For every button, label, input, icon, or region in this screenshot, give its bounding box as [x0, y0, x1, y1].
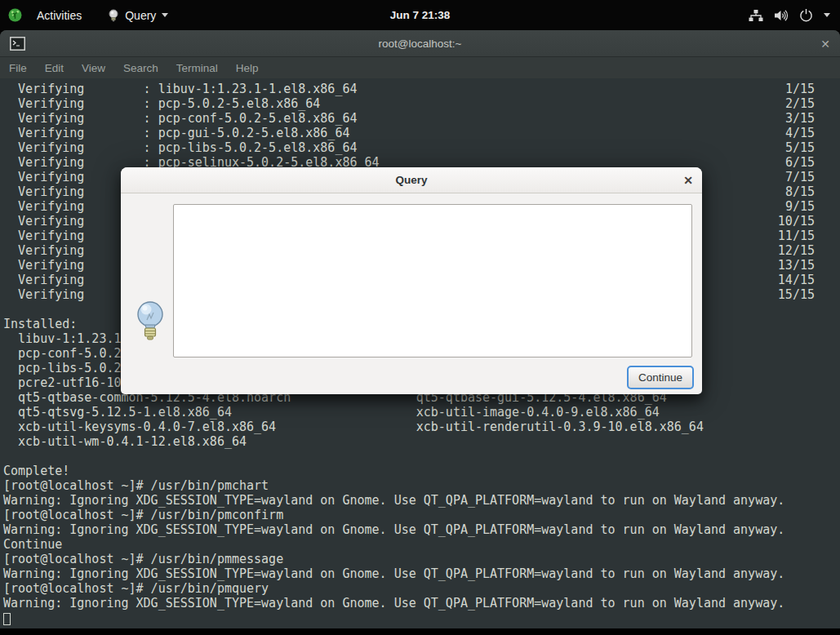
bulb-app-icon [108, 9, 119, 22]
network-icon [749, 9, 763, 22]
verify-count: 6/15 [785, 155, 815, 170]
terminal-line: xcb-util-keysyms-0.4.0-7.el8.x86_64 xcb-… [3, 420, 840, 434]
terminal-line: Warning: Ignoring XDG_SESSION_TYPE=wayla… [3, 522, 840, 537]
volume-icon [774, 9, 789, 22]
verify-count: 8/15 [785, 184, 815, 199]
verify-count: 13/15 [778, 258, 815, 273]
terminal-line: [root@localhost ~]# /usr/bin/pmmessage [3, 552, 840, 566]
terminal-line: Verifying : libuv-1:1.23.1-1.el8.x86_641… [3, 82, 840, 96]
verify-count: 1/15 [785, 82, 815, 96]
terminal-line: Verifying : pcp-libs-5.0.2-5.el8.x86_645… [3, 140, 840, 155]
menu-help[interactable]: Help [227, 60, 268, 77]
terminal-line: Warning: Ignoring XDG_SESSION_TYPE=wayla… [3, 566, 840, 581]
verify-count: 15/15 [778, 287, 815, 302]
verify-count: 5/15 [785, 140, 815, 155]
verify-count: 9/15 [785, 199, 815, 214]
distro-logo-icon [8, 8, 22, 22]
terminal-line: qt5-qtsvg-5.12.5-1.el8.x86_64 xcb-util-i… [3, 405, 840, 420]
verify-count: 4/15 [785, 126, 815, 140]
query-dialog-body: Continue [121, 193, 702, 394]
clock[interactable]: Jun 7 21:38 [390, 9, 451, 21]
caret-down-icon [824, 13, 830, 17]
terminal-line: Verifying : pcp-gui-5.0.2-5.el8.x86_644/… [3, 126, 840, 140]
app-menu-button[interactable]: Query [101, 6, 175, 25]
verify-count: 12/15 [778, 243, 815, 258]
query-dialog-title: Query [395, 174, 427, 186]
terminal-line: [root@localhost ~]# /usr/bin/pmconfirm [3, 508, 840, 522]
terminal-line: [root@localhost ~]# /usr/bin/pmquery [3, 581, 840, 596]
activities-label: Activities [37, 9, 82, 22]
terminal-menubar: FileEditViewSearchTerminalHelp [0, 57, 840, 78]
verify-count: 7/15 [785, 170, 815, 184]
system-status-area[interactable] [749, 0, 833, 30]
activities-button[interactable]: Activities [30, 6, 88, 25]
query-text-area[interactable] [173, 204, 692, 357]
terminal-line [3, 611, 840, 625]
verify-count: 10/15 [778, 214, 815, 229]
gnome-top-bar: Activities Query Jun 7 21:38 [0, 0, 840, 30]
desktop: Activities Query Jun 7 21:38 [0, 0, 840, 635]
power-icon [799, 8, 813, 22]
terminal-app-icon [10, 37, 25, 51]
terminal-titlebar[interactable]: root@localhost:~ ✕ [0, 30, 840, 57]
terminal-line: Warning: Ignoring XDG_SESSION_TYPE=wayla… [3, 493, 840, 508]
terminal-line: xcb-util-wm-0.4.1-12.el8.x86_64 [3, 434, 840, 449]
query-dialog: Query ✕ Continue [121, 167, 702, 394]
terminal-line: Warning: Ignoring XDG_SESSION_TYPE=wayla… [3, 596, 840, 611]
terminal-line: Verifying : pcp-conf-5.0.2-5.el8.x86_643… [3, 111, 840, 126]
terminal-line [3, 449, 840, 464]
app-menu-label: Query [125, 9, 156, 22]
terminal-cursor [3, 613, 11, 625]
lightbulb-icon [136, 300, 165, 343]
menu-file[interactable]: File [0, 60, 36, 77]
terminal-line: Continue [3, 537, 840, 552]
continue-button[interactable]: Continue [627, 366, 694, 389]
terminal-close-button[interactable]: ✕ [820, 30, 830, 57]
terminal-line: Verifying : pcp-5.0.2-5.el8.x86_642/15 [3, 96, 840, 111]
verify-count: 14/15 [778, 273, 815, 287]
caret-down-icon [162, 13, 168, 17]
query-dialog-close-button[interactable]: ✕ [683, 167, 693, 193]
menu-edit[interactable]: Edit [36, 60, 73, 77]
query-dialog-titlebar[interactable]: Query ✕ [121, 167, 702, 193]
menu-terminal[interactable]: Terminal [167, 60, 227, 77]
menu-view[interactable]: View [73, 60, 114, 77]
terminal-line: [root@localhost ~]# /usr/bin/pmchart [3, 478, 840, 493]
verify-count: 2/15 [785, 96, 815, 111]
verify-count: 3/15 [785, 111, 815, 126]
terminal-title: root@localhost:~ [379, 38, 462, 50]
menu-search[interactable]: Search [114, 60, 167, 77]
terminal-line: Complete! [3, 464, 840, 478]
verify-count: 11/15 [778, 229, 815, 243]
